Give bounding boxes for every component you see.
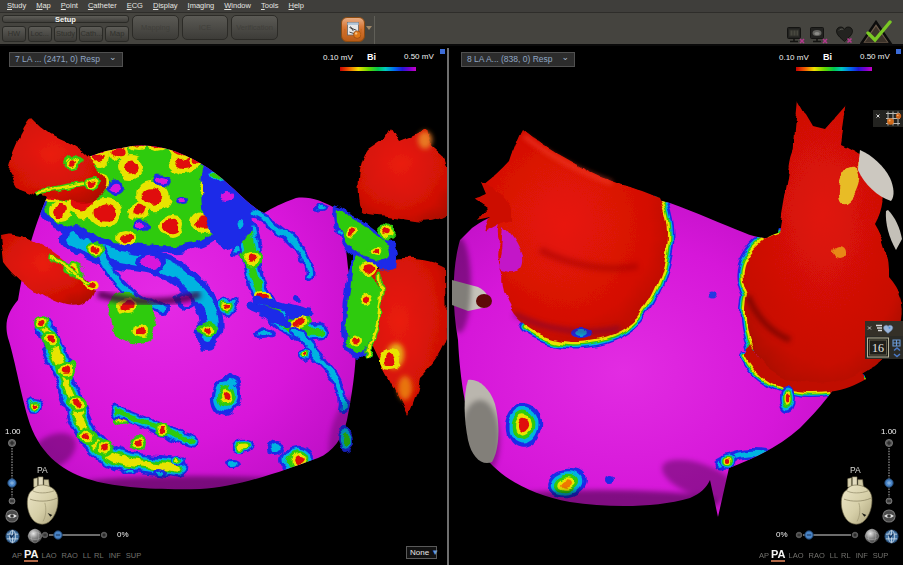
svg-text:16: 16 [872, 341, 884, 355]
